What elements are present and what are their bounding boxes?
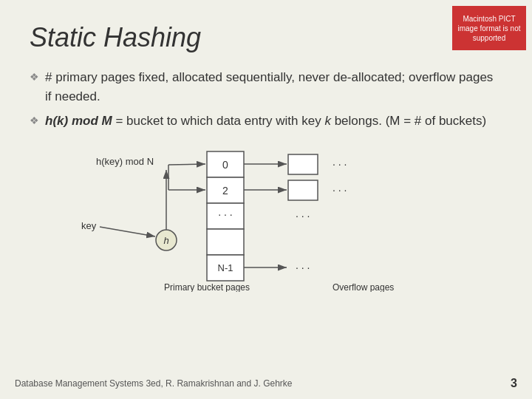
- slide: Macintosh PICT image format is not suppo…: [0, 0, 532, 399]
- footer-page: 3: [511, 377, 517, 390]
- bullet-item-2: ❖ h(k) mod M = bucket to which data entr…: [30, 112, 502, 131]
- svg-text:0: 0: [222, 159, 228, 171]
- svg-text:· · ·: · · ·: [332, 184, 347, 196]
- svg-text:h(key) mod N: h(key) mod N: [96, 156, 154, 167]
- diagram: 0 2 · · · N-1 · · · · · · · · · · · ·: [59, 144, 473, 292]
- bullet-list: ❖ # primary pages fixed, allocated seque…: [30, 68, 502, 131]
- svg-text:Overflow pages: Overflow pages: [332, 282, 394, 292]
- footer-text: Database Management Systems 3ed, R. Rama…: [15, 378, 293, 389]
- svg-text:· · ·: · · ·: [296, 210, 310, 222]
- diagram-svg: 0 2 · · · N-1 · · · · · · · · · · · ·: [59, 144, 473, 292]
- footer: Database Management Systems 3ed, R. Rama…: [0, 377, 532, 390]
- pict-placeholder-text: Macintosh PICT image format is not suppo…: [455, 14, 523, 43]
- bullet-text-1: # primary pages fixed, allocated sequent…: [45, 68, 502, 106]
- svg-text:N-1: N-1: [218, 262, 233, 273]
- slide-title: Static Hashing: [30, 22, 502, 53]
- svg-text:· · ·: · · ·: [332, 158, 347, 170]
- pict-placeholder: Macintosh PICT image format is not suppo…: [452, 6, 526, 50]
- title-text: Static Hashing: [30, 22, 201, 52]
- bullet-item-1: ❖ # primary pages fixed, allocated seque…: [30, 68, 502, 106]
- svg-text:2: 2: [222, 185, 228, 197]
- bullet-text-2: h(k) mod M = bucket to which data entry …: [45, 112, 502, 131]
- svg-rect-9: [288, 154, 318, 174]
- italic-k: k: [324, 114, 331, 128]
- svg-text:·  ·  ·: · · ·: [218, 208, 232, 220]
- svg-text:· · ·: · · ·: [296, 262, 310, 273]
- svg-text:h: h: [163, 235, 168, 246]
- bullet-diamond-1: ❖: [30, 69, 39, 85]
- bullet-diamond-2: ❖: [30, 113, 39, 129]
- svg-text:Primary bucket pages: Primary bucket pages: [164, 282, 250, 292]
- svg-line-27: [100, 227, 155, 236]
- svg-rect-3: [207, 229, 244, 255]
- svg-line-21: [168, 164, 205, 165]
- svg-text:key: key: [81, 220, 97, 231]
- bold-italic-hk: h(k) mod M: [45, 114, 112, 128]
- svg-rect-11: [288, 180, 318, 200]
